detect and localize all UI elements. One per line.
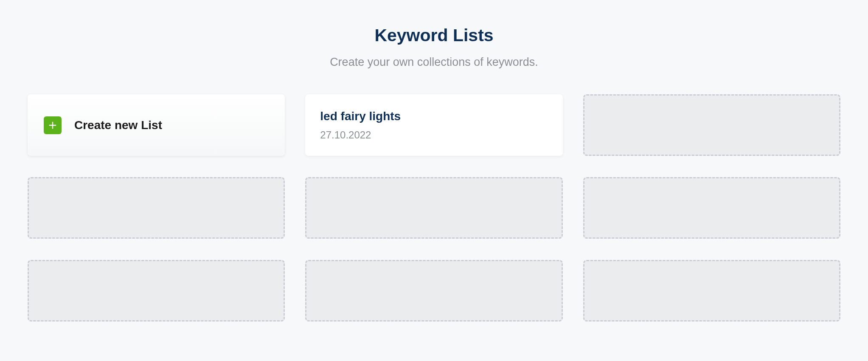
page-subtitle: Create your own collections of keywords.	[28, 56, 840, 69]
plus-icon	[44, 116, 62, 134]
empty-list-slot	[583, 260, 840, 322]
create-list-label: Create new List	[74, 118, 162, 132]
page-title: Keyword Lists	[28, 25, 840, 45]
empty-list-slot	[28, 177, 285, 239]
create-list-button[interactable]: Create new List	[28, 94, 285, 156]
empty-list-slot	[305, 177, 562, 239]
list-name: led fairy lights	[320, 110, 548, 123]
empty-list-slot	[28, 260, 285, 322]
empty-list-slot	[583, 177, 840, 239]
empty-list-slot	[305, 260, 562, 322]
keyword-list-card[interactable]: led fairy lights 27.10.2022	[305, 94, 562, 156]
lists-grid: Create new List led fairy lights 27.10.2…	[28, 94, 840, 322]
empty-list-slot	[583, 94, 840, 156]
list-date: 27.10.2022	[320, 129, 548, 141]
keyword-lists-page: Keyword Lists Create your own collection…	[0, 0, 868, 322]
page-header: Keyword Lists Create your own collection…	[28, 25, 840, 69]
